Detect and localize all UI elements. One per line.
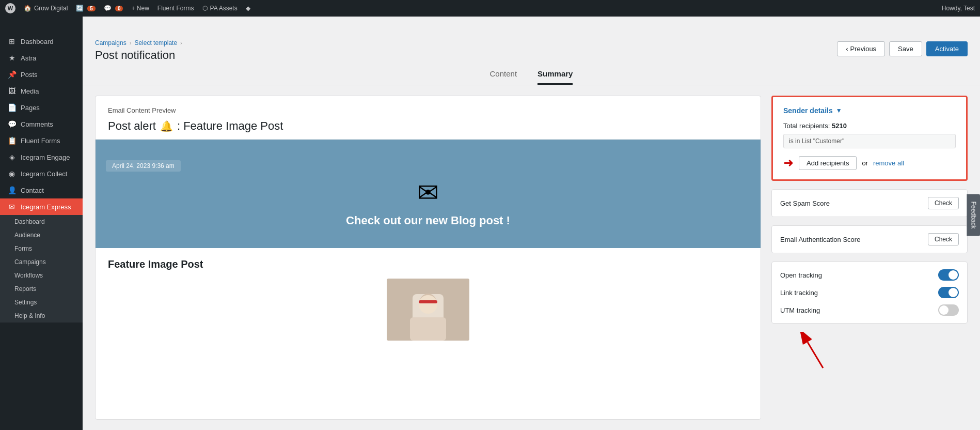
- pages-icon: 📄: [7, 103, 17, 112]
- total-recipients-label: Total recipients:: [783, 122, 830, 130]
- sender-details-row: Sender details ▼: [783, 106, 956, 115]
- chevron-down-icon[interactable]: ▼: [836, 107, 842, 114]
- email-preview: Email Content Preview Post alert 🔔 : Fea…: [95, 96, 761, 420]
- open-tracking-toggle[interactable]: [938, 269, 959, 281]
- pa-assets-item[interactable]: ⬡ PA Assets: [202, 5, 238, 12]
- activate-button[interactable]: Activate: [926, 41, 968, 56]
- ie-settings-label: Settings: [14, 299, 37, 306]
- previous-label: Previous: [850, 45, 877, 53]
- ie-help-label: Help & Info: [14, 312, 45, 319]
- utm-tracking-toggle[interactable]: [938, 304, 959, 316]
- icegram-express-icon: ✉: [7, 203, 17, 211]
- icegram-express-submenu: Dashboard Audience Forms Campaigns Workf…: [0, 215, 83, 323]
- sidebar-item-icegram-engage[interactable]: ◈ Icegram Engage: [0, 149, 83, 165]
- utm-tracking-label: UTM tracking: [780, 306, 820, 314]
- ie-audience-label: Audience: [14, 232, 40, 239]
- submenu-item-ie-settings[interactable]: Settings: [0, 296, 83, 309]
- sidebar-item-contact[interactable]: 👤 Contact: [0, 182, 83, 198]
- sidebar-item-comments[interactable]: 💬 Comments: [0, 116, 83, 132]
- sender-details-label[interactable]: Sender details: [783, 106, 833, 115]
- svg-point-4: [419, 295, 437, 314]
- fluent-forms-item[interactable]: Fluent Forms: [157, 5, 194, 12]
- subject-suffix: : Feature Image Post: [177, 119, 283, 133]
- sidebar-item-posts[interactable]: 📌 Posts: [0, 66, 83, 83]
- email-cta: Check out our new Blog post !: [346, 214, 510, 227]
- link-tracking-row: Link tracking: [780, 287, 959, 298]
- dashboard-icon: ⊞: [7, 37, 17, 45]
- open-tracking-row: Open tracking: [780, 269, 959, 281]
- check-auth-button[interactable]: Check: [928, 233, 959, 245]
- submenu-item-ie-help[interactable]: Help & Info: [0, 309, 83, 323]
- article-title: Feature Image Post: [108, 258, 748, 270]
- sidebar-item-dashboard[interactable]: ⊞ Dashboard: [0, 33, 83, 50]
- sidebar-label-media: Media: [21, 87, 39, 95]
- remove-all-link[interactable]: remove all: [873, 159, 904, 167]
- sidebar-item-pages[interactable]: 📄 Pages: [0, 99, 83, 116]
- sidebar-item-icegram-express[interactable]: ✉ Icegram Express: [0, 198, 83, 215]
- admin-bar: W 🏠 Grow Digital 🔄 5 💬 0 + New Fluent Fo…: [0, 0, 980, 17]
- tabs: Content Summary: [95, 62, 968, 85]
- tab-content[interactable]: Content: [490, 66, 517, 85]
- sidebar-label-icegram-express: Icegram Express: [21, 203, 71, 211]
- sidebar-label-comments: Comments: [21, 120, 53, 128]
- breadcrumb-campaigns[interactable]: Campaigns: [95, 39, 127, 47]
- add-recipients-button[interactable]: Add recipients: [799, 156, 857, 170]
- auth-score-label: Email Authentication Score: [780, 236, 860, 243]
- wp-logo-item[interactable]: W: [5, 3, 15, 13]
- sidebar-label-fluent-forms: Fluent Forms: [21, 137, 60, 145]
- link-tracking-label: Link tracking: [780, 289, 818, 297]
- icegram-engage-icon: ◈: [7, 153, 17, 161]
- auth-score-row: Email Authentication Score Check: [771, 225, 968, 253]
- utm-tracking-row: UTM tracking: [780, 304, 959, 316]
- breadcrumb-sep1: ›: [130, 40, 132, 46]
- link-tracking-toggle[interactable]: [938, 287, 959, 298]
- email-card: April 24, 2023 9:36 am ✉ Check out our n…: [96, 140, 761, 248]
- preview-header: Email Content Preview Post alert 🔔 : Fea…: [96, 96, 761, 140]
- contact-icon: 👤: [7, 186, 17, 194]
- submenu-item-ie-workflows[interactable]: Workflows: [0, 269, 83, 282]
- sidebar-item-astra[interactable]: ★ Astra: [0, 50, 83, 66]
- new-item[interactable]: + New: [131, 5, 149, 12]
- updates-icon: 🔄: [76, 5, 84, 12]
- diamond-icon-item[interactable]: ◆: [246, 5, 250, 12]
- site-name: Grow Digital: [34, 5, 68, 12]
- updates-item[interactable]: 🔄 5: [76, 5, 96, 12]
- ie-reports-label: Reports: [14, 285, 36, 293]
- recipients-box: Sender details ▼ Total recipients: 5210 …: [771, 96, 968, 181]
- chevron-left-icon: ‹: [846, 45, 848, 53]
- tab-summary[interactable]: Summary: [538, 66, 573, 85]
- posts-icon: 📌: [7, 70, 17, 79]
- preview-article: Feature Image Post: [96, 248, 761, 351]
- sidebar-item-fluent-forms[interactable]: 📋 Fluent Forms: [0, 132, 83, 149]
- ie-workflows-label: Workflows: [14, 272, 43, 279]
- sidebar-label-dashboard: Dashboard: [21, 38, 54, 45]
- article-image-svg: [387, 279, 469, 341]
- comments-count: 0: [115, 6, 123, 11]
- svg-rect-3: [410, 317, 446, 341]
- tracking-section: Open tracking Link tracking UTM tracking: [771, 262, 968, 324]
- feedback-tab[interactable]: Feedback: [967, 194, 980, 236]
- svg-rect-5: [419, 300, 437, 303]
- preview-subject: Post alert 🔔 : Feature Image Post: [108, 119, 748, 133]
- previous-button[interactable]: ‹ Previous: [837, 41, 885, 56]
- submenu-item-ie-audience[interactable]: Audience: [0, 228, 83, 242]
- subject-prefix: Post alert: [108, 119, 156, 133]
- site-name-item[interactable]: 🏠 Grow Digital: [24, 5, 68, 12]
- envelope-icon: ✉: [417, 180, 439, 206]
- comments-item[interactable]: 💬 0: [104, 5, 123, 12]
- article-image-placeholder: [387, 279, 469, 341]
- save-button[interactable]: Save: [889, 41, 922, 56]
- sidebar-item-icegram-collect[interactable]: ◉ Icegram Collect: [0, 165, 83, 182]
- wp-logo-icon: W: [5, 3, 15, 13]
- submenu-item-ie-reports[interactable]: Reports: [0, 282, 83, 296]
- add-recipients-row: ➜ Add recipients or remove all: [783, 156, 956, 170]
- submenu-item-ie-campaigns[interactable]: Campaigns: [0, 255, 83, 269]
- sidebar-item-media[interactable]: 🖼 Media: [0, 83, 83, 99]
- breadcrumb-select-template[interactable]: Select template: [134, 39, 177, 47]
- submenu-item-ie-dashboard[interactable]: Dashboard: [0, 215, 83, 228]
- astra-icon: ★: [7, 54, 17, 62]
- tab-content-label: Content: [490, 69, 517, 78]
- submenu-item-ie-forms[interactable]: Forms: [0, 242, 83, 255]
- new-label: + New: [131, 5, 149, 12]
- check-spam-button[interactable]: Check: [928, 197, 959, 209]
